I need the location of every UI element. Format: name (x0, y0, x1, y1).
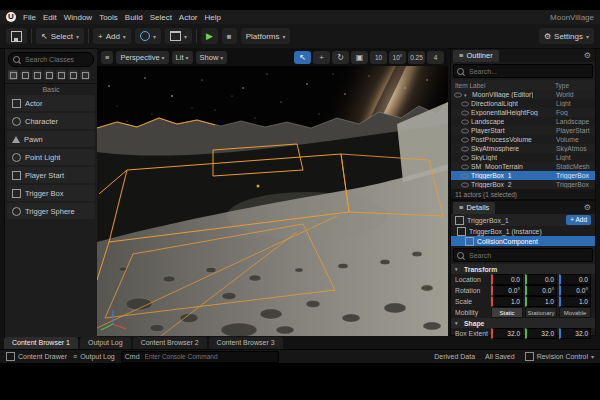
gear-icon[interactable]: ⚙ (582, 50, 593, 62)
outliner-row[interactable]: PlayerStartPlayerStart (451, 126, 595, 135)
unreal-logo-icon[interactable]: U (6, 12, 16, 22)
rotation-snap-button[interactable]: 10° (389, 51, 406, 64)
save-button[interactable] (6, 28, 27, 44)
menu-edit[interactable]: Edit (43, 13, 57, 22)
visibility-eye-icon[interactable] (461, 146, 469, 151)
camera-speed-button[interactable]: 4 (427, 51, 444, 64)
menu-help[interactable]: Help (205, 13, 221, 22)
category-lights[interactable] (32, 70, 42, 80)
visibility-eye-icon[interactable] (454, 92, 462, 97)
menu-select[interactable]: Select (150, 13, 172, 22)
place-item-actor[interactable]: Actor (7, 95, 95, 111)
place-item-character[interactable]: Character (7, 113, 95, 129)
mobility-movable-button[interactable]: Movable (559, 307, 591, 318)
outliner-row[interactable]: ExponentialHeightFogFog (451, 108, 595, 117)
menu-file[interactable]: File (23, 13, 36, 22)
tab-content-browser-1[interactable]: Content Browser 1 (4, 337, 78, 349)
rotate-tool-button[interactable]: ↻ (332, 51, 349, 64)
outliner-row[interactable]: ▾MoonVillage (Editor)World (451, 90, 595, 99)
visibility-eye-icon[interactable] (461, 119, 469, 124)
blueprints-button[interactable]: ▾ (135, 28, 161, 44)
console-command-bar[interactable]: Cmd (121, 351, 279, 363)
extent-x-field[interactable]: 32.0 (491, 328, 523, 339)
rotation-z-field[interactable]: 0.0° (559, 285, 591, 296)
outliner-search[interactable] (453, 64, 593, 78)
play-button[interactable]: ▶ (201, 28, 218, 44)
add-component-button[interactable]: + Add (566, 215, 591, 225)
visibility-eye-icon[interactable] (461, 128, 469, 133)
rotation-x-field[interactable]: 0.0° (491, 285, 523, 296)
viewport-menu-button[interactable]: ≡ (101, 51, 113, 64)
place-item-trigger-box[interactable]: Trigger Box (7, 185, 95, 201)
add-actor-button[interactable]: + Add ▾ (93, 28, 131, 44)
gear-icon[interactable]: ⚙ (582, 202, 593, 214)
viewport-scene[interactable] (97, 66, 448, 336)
outliner-row-selected[interactable]: TriggerBox_1TriggerBox (451, 171, 595, 180)
mobility-static-button[interactable]: Static (491, 307, 523, 318)
outliner-row[interactable]: SkyLightLight (451, 153, 595, 162)
menu-tools[interactable]: Tools (99, 13, 118, 22)
tab-details[interactable]: ≡ Details (453, 202, 495, 214)
visibility-eye-icon[interactable] (461, 110, 469, 115)
extent-z-field[interactable]: 32.0 (559, 328, 591, 339)
platforms-dropdown[interactable]: Platforms ▾ (241, 28, 291, 44)
revision-control-button[interactable]: Revision Control ▾ (525, 352, 594, 361)
tab-outliner[interactable]: ≡ Outliner (453, 50, 499, 62)
scale-x-field[interactable]: 1.0 (491, 296, 523, 307)
component-row[interactable]: TriggerBox_1 (Instance) (451, 226, 595, 236)
component-row-selected[interactable]: CollisionComponent (451, 236, 595, 246)
transform-section-header[interactable]: ▾ Transform (451, 264, 595, 274)
view-mode-dropdown[interactable]: Lit▾ (172, 51, 193, 64)
visibility-eye-icon[interactable] (461, 155, 469, 160)
select-mode-dropdown[interactable]: ↖ Select ▾ (36, 28, 84, 44)
category-volumes[interactable] (68, 70, 78, 80)
cinematics-button[interactable]: ▾ (165, 28, 192, 44)
menu-actor[interactable]: Actor (179, 13, 198, 22)
outliner-search-input[interactable] (467, 67, 589, 76)
visibility-eye-icon[interactable] (461, 164, 469, 169)
outliner-row[interactable]: TriggerBox_2TriggerBox (451, 180, 595, 189)
visibility-eye-icon[interactable] (461, 137, 469, 142)
scale-y-field[interactable]: 1.0 (525, 296, 557, 307)
visibility-eye-icon[interactable] (461, 173, 469, 178)
place-item-pawn[interactable]: Pawn (7, 131, 95, 147)
location-x-field[interactable]: 0.0 (491, 274, 523, 285)
perspective-dropdown[interactable]: Perspective▾ (116, 51, 168, 64)
output-log-button[interactable]: ≡ Output Log (73, 353, 115, 360)
details-search-input[interactable] (467, 251, 589, 260)
outliner-column-headers[interactable]: Item LabelType (451, 80, 595, 90)
content-drawer-button[interactable]: Content Drawer (6, 352, 67, 361)
level-viewport[interactable]: ≡ Perspective▾ Lit▾ Show▾ ↖ + ↻ ▣ 10 10°… (97, 48, 448, 336)
outliner-row[interactable]: SkyAtmosphereSkyAtmos (451, 144, 595, 153)
outliner-row[interactable]: DirectionalLightLight (451, 99, 595, 108)
scale-tool-button[interactable]: ▣ (351, 51, 368, 64)
place-actors-search-input[interactable] (23, 55, 89, 64)
place-actors-search[interactable] (8, 52, 94, 67)
place-item-point-light[interactable]: Point Light (7, 149, 95, 165)
location-y-field[interactable]: 0.0 (525, 274, 557, 285)
stop-button[interactable]: ■ (222, 28, 237, 44)
tab-content-browser-2[interactable]: Content Browser 2 (133, 337, 207, 349)
menu-build[interactable]: Build (125, 13, 143, 22)
scale-snap-button[interactable]: 0.25 (408, 51, 425, 64)
category-shapes[interactable] (44, 70, 54, 80)
details-search[interactable] (453, 248, 593, 262)
console-command-input[interactable] (143, 352, 275, 361)
show-dropdown[interactable]: Show▾ (196, 51, 228, 64)
menu-window[interactable]: Window (64, 13, 92, 22)
category-cinematic[interactable] (56, 70, 66, 80)
rotation-y-field[interactable]: 0.0° (525, 285, 557, 296)
location-z-field[interactable]: 0.0 (559, 274, 591, 285)
grid-snap-button[interactable]: 10 (370, 51, 387, 64)
tab-content-browser-3[interactable]: Content Browser 3 (209, 337, 283, 349)
outliner-row[interactable]: PostProcessVolumeVolume (451, 135, 595, 144)
derived-data-button[interactable]: Derived Data (434, 353, 475, 360)
move-tool-button[interactable]: + (313, 51, 330, 64)
place-item-trigger-sphere[interactable]: Trigger Sphere (7, 203, 95, 219)
visibility-eye-icon[interactable] (461, 182, 469, 187)
outliner-row[interactable]: SM_MoonTerrainStaticMesh (451, 162, 595, 171)
expander-icon[interactable]: ▾ (464, 92, 470, 98)
place-item-player-start[interactable]: Player Start (7, 167, 95, 183)
tab-output-log[interactable]: Output Log (80, 337, 131, 349)
settings-dropdown[interactable]: ⚙ Settings ▾ (539, 28, 594, 44)
